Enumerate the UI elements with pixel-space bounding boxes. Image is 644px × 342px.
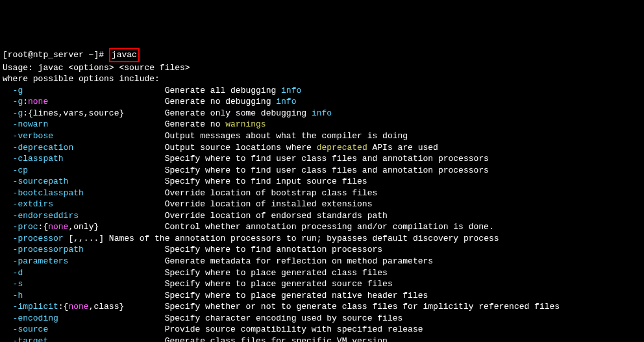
option-flag: -h <box>13 290 165 302</box>
option-desc: Specify where to find annotation process… <box>165 245 382 254</box>
option-desc: Generate metadata for reflection on meth… <box>165 256 433 266</box>
option-line: -verboseOutput messages about what the c… <box>13 130 641 142</box>
option-line: -proc:{none,only}Control whether annotat… <box>13 221 641 233</box>
option-desc: Override location of endorsed standards … <box>165 211 388 221</box>
option-desc: Specify character encoding used by sourc… <box>165 313 403 323</box>
option-line: -extdirs Override location of installed … <box>13 199 641 210</box>
highlighted-command: javac <box>109 48 140 62</box>
option-flag: -g:none <box>13 96 165 108</box>
option-desc: Override location of bootstrap class fil… <box>165 188 378 198</box>
option-desc: Generate class files for specific VM ver… <box>165 336 388 342</box>
option-flag: -source <box>13 324 165 336</box>
option-flag: -d <box>13 267 165 279</box>
where-line: where possible options include: <box>3 74 160 84</box>
option-flag: -nowarn <box>13 119 165 130</box>
terminal-output: [root@ntp_server ~]# javac Usage: javac … <box>3 48 641 342</box>
option-line: -processor [,,...] Names of the annotati… <box>13 233 641 245</box>
option-line: -endorseddirs Override location of endor… <box>13 210 641 222</box>
usage-line: Usage: javac <options> <source files> <box>3 63 190 73</box>
option-flag: -verbose <box>13 130 165 142</box>
option-flag: -endorseddirs <box>13 210 165 222</box>
option-line: -g:{lines,vars,source}Generate only some… <box>13 108 641 119</box>
option-flag: -encoding <box>13 313 165 324</box>
option-flag: -deprecation <box>13 142 165 154</box>
option-flag: -target <box>13 336 165 342</box>
option-desc: Specify where to place generated source … <box>165 279 393 289</box>
option-line: -sourcepath Specify where to find input … <box>13 176 641 188</box>
option-desc: Generate no warnings <box>165 119 266 129</box>
option-line: -d Specify where to place generated clas… <box>13 267 641 279</box>
option-line: -source Provide source compatibility wit… <box>13 324 641 336</box>
option-line: -s Specify where to place generated sour… <box>13 278 641 290</box>
option-desc: Output messages about what the compiler … <box>165 131 408 141</box>
option-flag: -parameters <box>13 256 165 267</box>
option-line: -encoding Specify character encoding use… <box>13 313 641 324</box>
option-desc: Specify where to place generated class f… <box>165 268 388 278</box>
option-desc: Generate no debugging info <box>165 97 297 106</box>
option-desc: Specify where to find user class files a… <box>165 165 489 175</box>
option-line: -target Generate class files for specifi… <box>13 336 641 342</box>
option-flag: -proc:{none,only} <box>13 221 165 233</box>
option-desc: Output source locations where deprecated… <box>165 143 438 153</box>
option-line: -classpath Specify where to find user cl… <box>13 153 641 165</box>
option-flag: -sourcepath <box>13 176 165 188</box>
option-flag: -g <box>13 85 165 97</box>
option-flag: -processorpath <box>13 244 165 256</box>
option-desc: Specify where to find input source files <box>165 177 367 186</box>
option-line: -processorpath Specify where to find ann… <box>13 244 641 256</box>
option-desc: Provide source compatibility with specif… <box>165 324 423 334</box>
option-flag: -s <box>13 278 165 290</box>
option-desc: Control whether annotation processing an… <box>165 222 494 232</box>
option-line: -bootclasspath Override location of boot… <box>13 188 641 199</box>
option-line: -nowarnGenerate no warnings <box>13 119 641 130</box>
option-flag: -classpath <box>13 153 165 165</box>
option-desc: Specify whether or not to generate class… <box>165 302 560 311</box>
option-line: -implicit:{none,class}Specify whether or… <box>13 301 641 313</box>
option-flag: -bootclasspath <box>13 188 165 199</box>
option-line: -parametersGenerate metadata for reflect… <box>13 256 641 267</box>
option-flag: -implicit:{none,class} <box>13 301 165 313</box>
option-line: -cp Specify where to find user class fil… <box>13 165 641 177</box>
options-list: -gGenerate all debugging info-g:noneGene… <box>3 85 641 342</box>
shell-prompt: [root@ntp_server ~]# javac <box>3 50 140 60</box>
option-desc: Generate only some debugging info <box>165 108 332 118</box>
option-desc: Override location of installed extension… <box>165 199 373 209</box>
option-line: -gGenerate all debugging info <box>13 85 641 97</box>
option-line: -deprecationOutput source locations wher… <box>13 142 641 154</box>
option-line: -h Specify where to place generated nati… <box>13 290 641 302</box>
option-desc: Specify where to place generated native … <box>165 291 428 300</box>
option-desc: Generate all debugging info <box>165 86 302 95</box>
option-flag: -g:{lines,vars,source} <box>13 108 165 119</box>
option-flag: -extdirs <box>13 199 165 210</box>
option-flag: -cp <box>13 165 165 177</box>
option-line: -g:noneGenerate no debugging info <box>13 96 641 108</box>
option-desc: Specify where to find user class files a… <box>165 154 489 164</box>
